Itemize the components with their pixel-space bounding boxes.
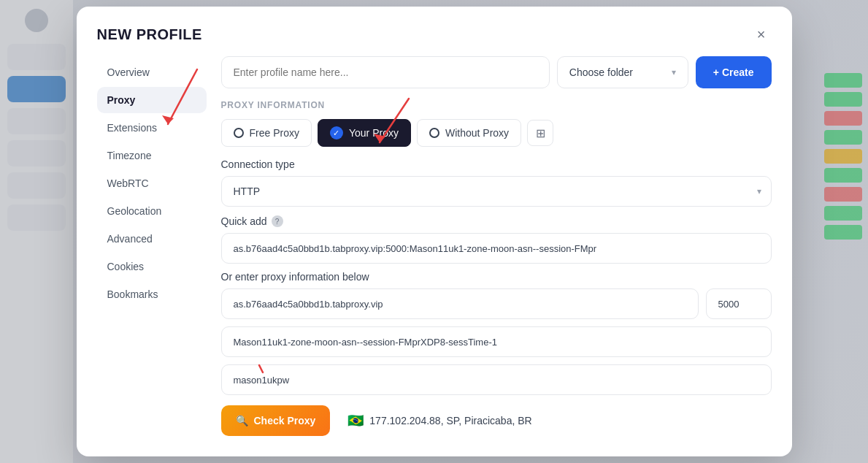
nav-item-proxy[interactable]: Proxy xyxy=(97,87,207,113)
port-input[interactable] xyxy=(706,288,772,319)
host-input[interactable] xyxy=(221,288,699,319)
nav-item-geolocation[interactable]: Geolocation xyxy=(97,198,207,224)
proxy-type-without[interactable]: Without Proxy xyxy=(417,119,521,147)
check-icon: ✓ xyxy=(330,126,343,139)
check-proxy-row: 🔍 Check Proxy 🇧🇷 177.102.204.88, SP, Pir… xyxy=(221,405,772,436)
proxy-type-selector: Free Proxy ✓ Your Proxy Without Proxy ⊞ xyxy=(221,119,772,147)
close-button[interactable]: × xyxy=(751,24,772,45)
proxy-section-title: PROXY INFORMATION xyxy=(221,100,772,110)
nav-item-extensions[interactable]: Extensions xyxy=(97,115,207,141)
folder-select-text: Choose folder xyxy=(569,66,666,78)
proxy-result: 🇧🇷 177.102.204.88, SP, Piracicaba, BR xyxy=(347,413,531,429)
nav-item-webrtc[interactable]: WebRTC xyxy=(97,170,207,196)
quick-add-input[interactable] xyxy=(221,233,772,264)
chevron-down-icon: ▾ xyxy=(672,67,676,77)
folder-select[interactable]: Choose folder ▾ xyxy=(557,56,688,88)
modal-overlay: NEW PROFILE × Overview Proxy Extensions … xyxy=(0,0,868,463)
check-proxy-button[interactable]: 🔍 Check Proxy xyxy=(221,405,331,436)
new-profile-modal: NEW PROFILE × Overview Proxy Extensions … xyxy=(77,7,792,456)
content-area: Choose folder ▾ + Create PROXY INFORMATI… xyxy=(221,56,772,436)
modal-header: NEW PROFILE × xyxy=(77,7,792,45)
help-icon[interactable]: ? xyxy=(272,215,283,227)
modal-title: NEW PROFILE xyxy=(97,26,202,43)
modal-body: Overview Proxy Extensions Timezone WebRT… xyxy=(77,45,792,456)
or-enter-label: Or enter proxy information below xyxy=(221,271,772,283)
host-port-row xyxy=(221,288,772,319)
create-button[interactable]: + Create xyxy=(696,56,772,88)
nav-sidebar: Overview Proxy Extensions Timezone WebRT… xyxy=(97,56,207,436)
proxy-type-your[interactable]: ✓ Your Proxy xyxy=(318,119,411,147)
top-bar: Choose folder ▾ + Create xyxy=(221,56,772,88)
nav-item-bookmarks[interactable]: Bookmarks xyxy=(97,281,207,307)
login-input[interactable] xyxy=(221,326,772,357)
proxy-settings-icon[interactable]: ⊞ xyxy=(527,120,553,146)
proxy-type-free[interactable]: Free Proxy xyxy=(221,119,312,147)
nav-item-cookies[interactable]: Cookies xyxy=(97,253,207,280)
connection-type-label: Connection type xyxy=(221,158,772,170)
search-icon: 🔍 xyxy=(236,415,248,426)
radio-without xyxy=(429,128,439,138)
connection-type-wrapper: HTTP HTTPS SOCKS4 SOCKS5 ▾ xyxy=(221,176,772,207)
connection-type-select[interactable]: HTTP HTTPS SOCKS4 SOCKS5 xyxy=(221,176,772,207)
nav-item-advanced[interactable]: Advanced xyxy=(97,226,207,252)
password-input[interactable] xyxy=(221,364,772,395)
flag-icon: 🇧🇷 xyxy=(347,413,364,429)
nav-item-timezone[interactable]: Timezone xyxy=(97,142,207,169)
profile-name-input[interactable] xyxy=(221,56,550,88)
radio-free xyxy=(234,128,244,138)
nav-item-overview[interactable]: Overview xyxy=(97,59,207,85)
quick-add-label: Quick add ? xyxy=(221,215,772,227)
